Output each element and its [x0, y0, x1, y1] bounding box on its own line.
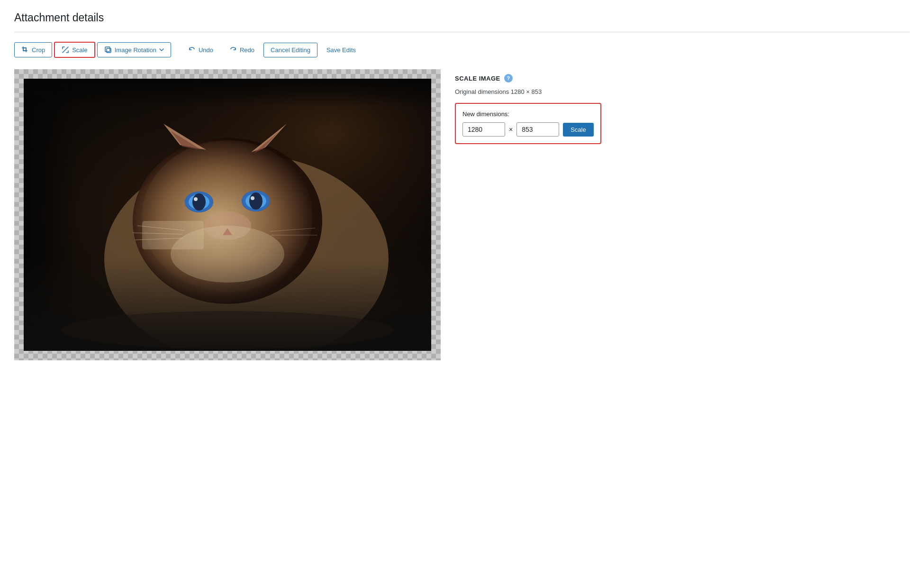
undo-label: Undo [199, 46, 213, 54]
dimensions-separator: × [509, 126, 513, 133]
svg-rect-0 [23, 48, 26, 51]
crop-button[interactable]: Crop [14, 42, 52, 57]
svg-point-17 [249, 192, 263, 210]
crop-icon [21, 46, 29, 54]
cancel-editing-button[interactable]: Cancel Editing [263, 43, 317, 57]
toolbar-separator-1 [176, 43, 176, 57]
svg-point-29 [62, 311, 393, 349]
scale-panel-header: SCALE IMAGE ? [455, 74, 601, 82]
title-divider [14, 32, 910, 32]
new-dimensions-label: New dimensions: [462, 110, 594, 118]
redo-icon [229, 46, 237, 54]
scale-label: Scale [72, 46, 88, 54]
cat-image-visual [24, 79, 431, 351]
svg-rect-1 [105, 47, 110, 52]
svg-point-18 [251, 196, 254, 200]
svg-rect-27 [24, 79, 431, 174]
image-canvas-wrapper [14, 69, 441, 360]
svg-point-12 [192, 193, 206, 211]
crop-label: Crop [32, 46, 45, 54]
toolbar: Crop Scale Image Rotation [14, 42, 910, 58]
height-input[interactable] [516, 122, 559, 137]
undo-button[interactable]: Undo [181, 42, 220, 57]
width-input[interactable] [462, 122, 505, 137]
cat-image [24, 79, 431, 351]
svg-point-35 [171, 226, 284, 283]
new-dimensions-box: New dimensions: × Scale [455, 103, 601, 144]
image-canvas-area [14, 69, 441, 360]
svg-point-13 [194, 197, 198, 201]
redo-label: Redo [240, 46, 254, 54]
cancel-editing-label: Cancel Editing [271, 46, 310, 54]
help-icon[interactable]: ? [504, 74, 513, 82]
redo-button[interactable]: Redo [222, 42, 262, 57]
undo-icon [188, 46, 196, 54]
page-title: Attachment details [14, 11, 910, 24]
original-dimensions-text: Original dimensions 1280 × 853 [455, 88, 601, 95]
image-rotation-dropdown-btn[interactable]: Image Rotation [97, 42, 171, 57]
scale-panel: SCALE IMAGE ? Original dimensions 1280 ×… [455, 69, 601, 149]
scale-submit-btn[interactable]: Scale [563, 123, 594, 137]
chevron-down-icon [159, 48, 164, 51]
scale-image-label: SCALE IMAGE [455, 75, 500, 82]
save-edits-button[interactable]: Save Edits [319, 43, 363, 57]
scale-button[interactable]: Scale [54, 42, 95, 58]
scale-icon [62, 46, 69, 54]
image-rotation-label: Image Rotation [115, 46, 156, 54]
main-content: SCALE IMAGE ? Original dimensions 1280 ×… [14, 69, 910, 360]
dimensions-inputs: × Scale [462, 122, 594, 137]
save-edits-label: Save Edits [326, 46, 356, 54]
rotation-icon [104, 46, 112, 54]
